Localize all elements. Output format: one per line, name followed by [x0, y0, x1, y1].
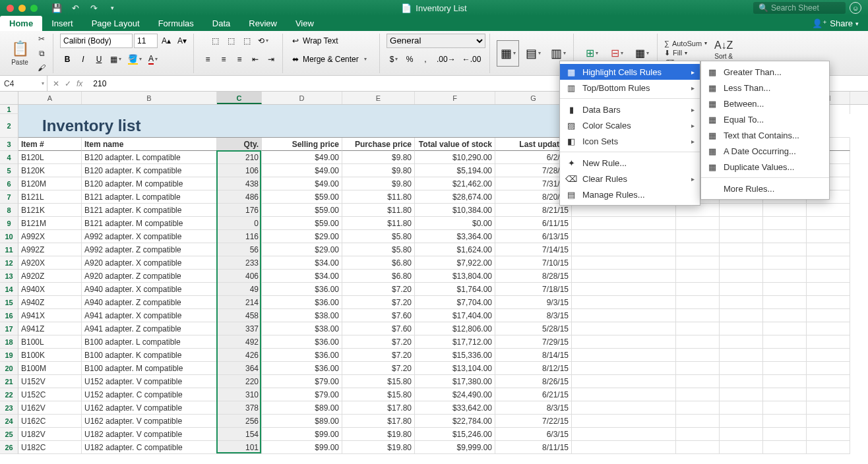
cell[interactable]: $6.80	[342, 270, 415, 283]
cell[interactable]	[763, 309, 807, 322]
cell[interactable]: $17.80	[342, 415, 415, 428]
row-header[interactable]: 11	[0, 243, 18, 256]
column-header-F[interactable]: F	[415, 92, 495, 104]
row-header[interactable]: 13	[0, 270, 18, 283]
fx-icon[interactable]: fx	[77, 79, 82, 88]
user-account-icon[interactable]: ☺	[850, 2, 861, 14]
italic-button[interactable]: I	[76, 52, 90, 67]
cell[interactable]	[763, 349, 807, 362]
cell[interactable]: $99.00	[262, 428, 342, 441]
menu-manage-rules[interactable]: ▤ Manage Rules...	[560, 187, 700, 202]
cell[interactable]	[807, 401, 850, 415]
row-header[interactable]: 20	[0, 362, 18, 375]
cell[interactable]: 6/3/15	[495, 428, 572, 441]
menu-date-occurring[interactable]: ▦A Date Occurring...	[701, 143, 829, 159]
cell[interactable]: $38.00	[262, 309, 342, 322]
cell[interactable]	[676, 204, 720, 217]
cell[interactable]	[720, 296, 763, 309]
cell[interactable]: $17,712.00	[415, 335, 495, 349]
cell[interactable]: 56	[217, 243, 262, 256]
row-header[interactable]: 6	[0, 177, 18, 190]
cell[interactable]: U162V	[18, 401, 82, 415]
cell[interactable]: 337	[217, 322, 262, 335]
paste-button[interactable]: 📋 Paste	[8, 36, 32, 71]
cell[interactable]: $17,380.00	[415, 375, 495, 388]
cell[interactable]: B120 adapter. K compatible	[82, 164, 217, 177]
cell[interactable]	[807, 204, 850, 217]
cell[interactable]: $89.00	[262, 401, 342, 415]
cell[interactable]: $13,804.00	[415, 270, 495, 283]
format-as-table-button[interactable]: ▤	[522, 40, 544, 67]
cell[interactable]	[763, 296, 807, 309]
cell[interactable]: $28,674.00	[415, 190, 495, 204]
orientation-button[interactable]: ⟲	[255, 34, 271, 48]
cell[interactable]: $7.60	[342, 309, 415, 322]
cell[interactable]: B120M	[18, 177, 82, 190]
cell[interactable]: $15.80	[342, 375, 415, 388]
menu-between[interactable]: ▦Between...	[701, 96, 829, 111]
menu-highlight-cells-rules[interactable]: ▦ Highlight Cells Rules	[560, 64, 700, 80]
cell[interactable]	[807, 349, 850, 362]
increase-indent-button[interactable]: ⇥	[264, 52, 278, 67]
cell[interactable]: B121M	[18, 217, 82, 230]
fill-color-button[interactable]: 🪣	[125, 52, 144, 67]
cell[interactable]	[807, 375, 850, 388]
cell[interactable]: $7.20	[342, 349, 415, 362]
cell[interactable]: 5/28/15	[495, 322, 572, 335]
autosum-button[interactable]: ∑AutoSum▾	[664, 40, 707, 47]
cell[interactable]: $19.80	[342, 441, 415, 454]
cut-button[interactable]: ✂	[34, 33, 49, 45]
row-header[interactable]: 22	[0, 388, 18, 401]
cell[interactable]: U182 adapter. C compatible	[82, 441, 217, 454]
cell[interactable]: $1,624.00	[415, 243, 495, 256]
cell[interactable]: B100M	[18, 362, 82, 375]
menu-icon-sets[interactable]: ◧ Icon Sets	[560, 133, 700, 149]
cell[interactable]: B121 adapter. M compatible	[82, 217, 217, 230]
merge-center-button[interactable]: ⬌ Merge & Center	[290, 52, 375, 67]
cell[interactable]	[763, 204, 807, 217]
cell[interactable]: 8/11/15	[495, 441, 572, 454]
cell[interactable]: A940 adapter. Z compatible	[82, 296, 217, 309]
cell[interactable]: A940 adapter. X compatible	[82, 283, 217, 296]
cell[interactable]: 458	[217, 309, 262, 322]
cell[interactable]	[807, 309, 850, 322]
cell[interactable]	[720, 415, 763, 428]
cell[interactable]: $33,642.00	[415, 401, 495, 415]
cell[interactable]: B120 adapter. L compatible	[82, 151, 217, 164]
cell[interactable]: $89.00	[262, 415, 342, 428]
cell[interactable]: A941 adapter. Z compatible	[82, 322, 217, 335]
cell[interactable]: U152 adapter. V compatible	[82, 375, 217, 388]
cell[interactable]: U182 adapter. V compatible	[82, 428, 217, 441]
cell[interactable]: U182V	[18, 428, 82, 441]
cell[interactable]: $34.00	[262, 270, 342, 283]
cell[interactable]	[572, 375, 676, 388]
cell[interactable]	[763, 415, 807, 428]
cell[interactable]: 8/14/15	[495, 349, 572, 362]
cell[interactable]: U182C	[18, 441, 82, 454]
cell[interactable]	[572, 335, 676, 349]
cell[interactable]	[676, 243, 720, 256]
menu-greater-than[interactable]: ▦Greater Than...	[701, 64, 829, 80]
row-header[interactable]: 19	[0, 349, 18, 362]
copy-button[interactable]: ⧉	[34, 47, 49, 59]
cell[interactable]: 101	[217, 441, 262, 454]
underline-button[interactable]: U	[92, 52, 106, 67]
cell[interactable]	[572, 441, 676, 454]
cell[interactable]: $5,194.00	[415, 164, 495, 177]
cell[interactable]	[807, 415, 850, 428]
cell[interactable]	[676, 349, 720, 362]
cell[interactable]: $11.80	[342, 204, 415, 217]
cell[interactable]: $79.00	[262, 375, 342, 388]
cell[interactable]: B121 adapter. L compatible	[82, 190, 217, 204]
cell[interactable]	[763, 230, 807, 243]
cell[interactable]	[720, 230, 763, 243]
cell[interactable]	[676, 309, 720, 322]
percent-button[interactable]: %	[402, 52, 417, 67]
currency-button[interactable]: $	[387, 52, 401, 67]
increase-decimal-button[interactable]: .00→	[434, 52, 458, 67]
cell[interactable]: U152V	[18, 375, 82, 388]
cell[interactable]	[807, 243, 850, 256]
cell[interactable]: 6/13/15	[495, 230, 572, 243]
cell[interactable]: 8/12/15	[495, 362, 572, 375]
cell[interactable]: A992X	[18, 230, 82, 243]
